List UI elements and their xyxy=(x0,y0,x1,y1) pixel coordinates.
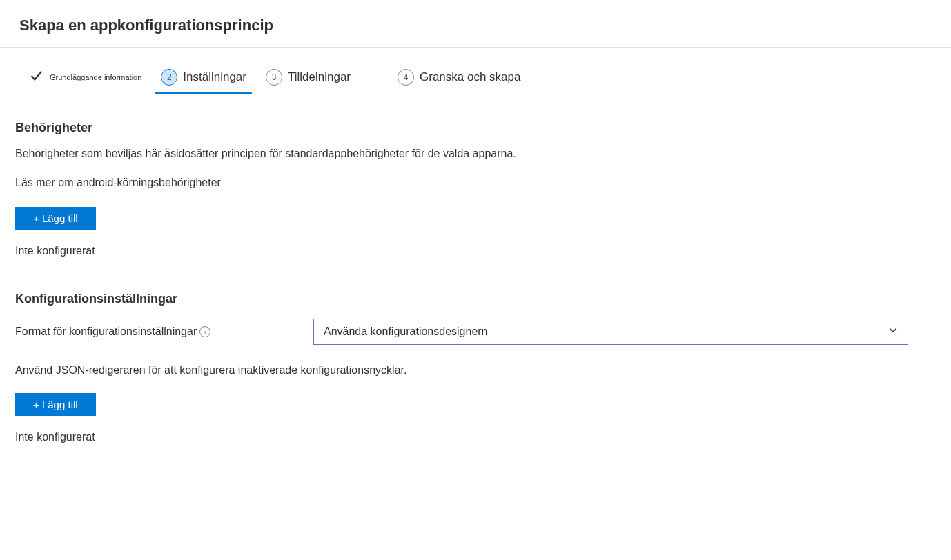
config-status: Inte konfigurerat xyxy=(15,431,936,443)
step-label: Granska och skapa xyxy=(420,70,520,84)
step-review-create[interactable]: 4 Granska och skapa xyxy=(398,69,520,92)
permissions-learn-more-link[interactable]: Läs mer om android-körningsbehörigheter xyxy=(15,177,936,189)
permissions-heading: Behörigheter xyxy=(15,121,936,135)
checkmark-icon xyxy=(29,68,44,86)
config-format-dropdown[interactable]: Använda konfigurationsdesignern xyxy=(313,319,908,345)
chevron-down-icon xyxy=(888,326,898,338)
wizard-steps: Grundläggande information 2 Inställninga… xyxy=(15,68,936,93)
step-number: 4 xyxy=(398,69,414,86)
permissions-status: Inte konfigurerat xyxy=(15,245,936,257)
step-assignments[interactable]: 3 Tilldelningar xyxy=(266,69,351,92)
step-number: 2 xyxy=(161,69,177,86)
main-content: Grundläggande information 2 Inställninga… xyxy=(0,48,951,506)
step-basic-info[interactable]: Grundläggande information xyxy=(29,68,141,93)
add-config-button[interactable]: + Lägg till xyxy=(15,393,96,416)
permissions-description: Behörigheter som beviljas här åsidosätte… xyxy=(15,148,936,160)
dropdown-value: Använda konfigurationsdesignern xyxy=(324,326,488,338)
label-text: Format för konfigurationsinställningar xyxy=(15,326,197,338)
step-number: 3 xyxy=(266,69,282,86)
page-title: Skapa en appkonfigurationsprincip xyxy=(0,0,951,48)
step-settings[interactable]: 2 Inställningar xyxy=(161,69,246,92)
config-format-label: Format för konfigurationsinställningar i xyxy=(15,326,313,338)
config-format-row: Format för konfigurationsinställningar i… xyxy=(15,319,936,345)
step-label: Inställningar xyxy=(183,70,246,84)
step-label: Tilldelningar xyxy=(288,70,351,84)
info-icon[interactable]: i xyxy=(199,326,210,337)
add-permission-button[interactable]: + Lägg till xyxy=(15,207,96,230)
config-heading: Konfigurationsinställningar xyxy=(15,292,936,306)
step-label: Grundläggande information xyxy=(50,73,141,81)
json-editor-helper: Använd JSON-redigeraren för att konfigur… xyxy=(15,364,936,377)
